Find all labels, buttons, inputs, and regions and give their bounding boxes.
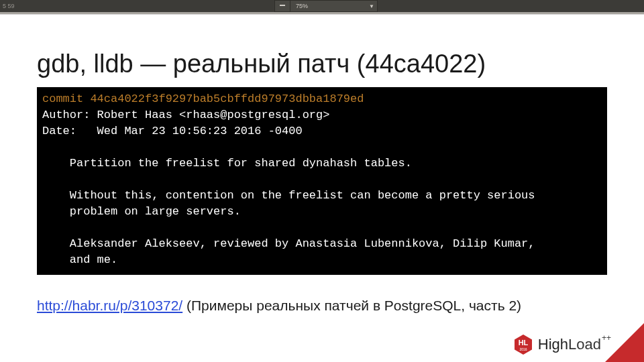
zoom-control: 75% ▼ [274, 0, 378, 12]
commit-hash-line: commit 44ca4022f3f9297bab5cbffdd97973dbb… [42, 93, 364, 105]
svg-text:HL: HL [518, 339, 528, 347]
zoom-value-dropdown[interactable]: 75% ▼ [290, 0, 378, 12]
commit-message-line: Aleksander Alekseev, reviewed by Anastas… [42, 237, 535, 250]
svg-rect-0 [280, 5, 285, 6]
commit-message-line: Without this, contention on the freelist… [42, 189, 535, 202]
commit-message-line: problem on large servers. [42, 205, 241, 218]
highload-brand: HL 2016 HighLoad++ [513, 334, 610, 355]
terminal-commit-block: commit 44ca4022f3f9297bab5cbffdd97973dbb… [37, 87, 607, 275]
highload-badge-icon: HL 2016 [513, 334, 534, 355]
commit-author-line: Author: Robert Haas <rhaas@postgresql.or… [42, 109, 329, 121]
reference-link-suffix: (Примеры реальных патчей в PostgreSQL, ч… [182, 298, 521, 313]
chevron-down-icon: ▼ [369, 3, 374, 9]
app-titlebar: 5 59 75% ▼ [0, 0, 644, 12]
commit-message-line: Partition the freelist for shared dynaha… [42, 157, 412, 170]
titlebar-time-fragment: 5 59 [0, 3, 15, 9]
commit-message-line: and me. [42, 253, 117, 266]
svg-text:2016: 2016 [519, 347, 527, 351]
zoom-out-button[interactable] [274, 0, 290, 12]
slide-corner-decoration [605, 323, 644, 362]
highload-brand-text: HighLoad++ [538, 336, 610, 353]
minus-icon [280, 3, 285, 9]
commit-date-line: Date: Wed Mar 23 10:56:23 2016 -0400 [42, 125, 303, 137]
reference-link[interactable]: http://habr.ru/p/310372/ [37, 298, 182, 313]
reference-link-row: http://habr.ru/p/310372/ (Примеры реальн… [37, 298, 521, 314]
zoom-value-text: 75% [296, 3, 308, 9]
presentation-slide: gdb, lldb — реальный патч (44ca4022) com… [0, 14, 644, 362]
slide-title: gdb, lldb — реальный патч (44ca4022) [37, 50, 486, 78]
